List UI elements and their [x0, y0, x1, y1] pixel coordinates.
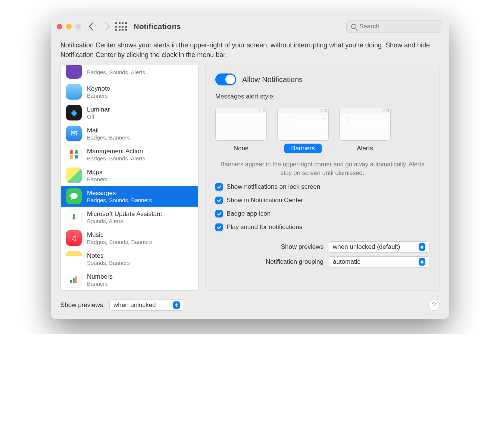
detail-panel: Allow Notifications Messages alert style…	[205, 65, 440, 291]
chevron-updown-icon	[173, 301, 180, 309]
check-label: Badge app icon	[226, 210, 271, 217]
alert-preview-banners	[277, 107, 329, 141]
select-value: when unlocked	[113, 301, 156, 309]
check-sound[interactable]: Play sound for notifications	[215, 223, 429, 231]
alert-style-alerts[interactable]: Alerts	[339, 107, 391, 153]
app-sub: Badges, Sounds, Banners	[87, 239, 152, 245]
check-notif-center[interactable]: Show in Notification Center	[215, 197, 429, 204]
traffic-lights	[57, 24, 81, 29]
show-all-prefs-button[interactable]	[115, 22, 127, 31]
intro-text: Notification Center shows your alerts in…	[51, 38, 449, 65]
app-row-music[interactable]: ♫ Music Badges, Sounds, Banners	[61, 228, 198, 248]
app-name: Maps	[87, 169, 108, 176]
allow-notifications-toggle[interactable]	[215, 73, 236, 85]
app-name: Management Action	[87, 148, 145, 155]
window-title: Notifications	[134, 22, 181, 31]
app-sub: Badges, Sounds, Alerts	[87, 69, 145, 75]
luminar-icon: ◆	[66, 105, 82, 120]
app-sub: Badges, Sounds, Banners	[87, 197, 152, 203]
footer-previews-select[interactable]: when unlocked	[109, 300, 184, 311]
nav-arrows	[90, 24, 109, 29]
app-row-mail[interactable]: ✉ Mail Badges, Banners	[61, 123, 198, 144]
check-lockscreen[interactable]: Show notifications on lock screen	[215, 183, 429, 191]
check-icon	[215, 197, 223, 204]
management-action-icon	[66, 147, 82, 162]
footer-previews-label: Show previews:	[60, 301, 105, 309]
notification-grouping-select[interactable]: automatic	[329, 256, 429, 267]
alert-preview-alerts	[339, 107, 391, 141]
check-label: Show in Notification Center	[226, 197, 303, 204]
chevron-updown-icon	[419, 243, 425, 251]
minimize-window-button[interactable]	[66, 24, 72, 29]
allow-notifications-label: Allow Notifications	[242, 75, 303, 84]
app-row[interactable]: Badges, Sounds, Alerts	[61, 65, 198, 81]
svg-rect-5	[70, 280, 72, 283]
alert-style-name: None	[227, 144, 256, 153]
footer: Show previews: when unlocked ?	[51, 293, 449, 319]
check-label: Play sound for notifications	[226, 223, 302, 231]
app-name: Mail	[87, 127, 130, 134]
numbers-icon	[66, 272, 82, 288]
app-row-microsoft-update[interactable]: ⬇ Microsoft Update Assistant Sounds, Ale…	[61, 207, 198, 228]
check-label: Show notifications on lock screen	[226, 183, 320, 191]
check-icon	[215, 210, 223, 217]
alert-style-label: Messages alert style:	[215, 93, 429, 100]
check-badge[interactable]: Badge app icon	[215, 210, 429, 217]
mail-icon: ✉	[66, 126, 82, 141]
app-list[interactable]: Badges, Sounds, Alerts Keynote Banners ◆…	[60, 65, 199, 291]
app-sub: Banners	[87, 93, 110, 99]
music-icon: ♫	[66, 230, 82, 246]
svg-rect-1	[75, 150, 78, 154]
svg-rect-0	[70, 150, 73, 154]
app-name: Numbers	[87, 273, 113, 281]
app-row-messages[interactable]: Messages Badges, Sounds, Banners	[61, 186, 198, 207]
alert-style-name: Alerts	[350, 144, 379, 153]
show-previews-select[interactable]: when unlocked (default)	[329, 241, 429, 253]
search-input[interactable]	[359, 23, 438, 30]
help-button[interactable]: ?	[428, 300, 440, 311]
app-sub: Sounds, Alerts	[87, 218, 162, 224]
alert-style-help: Banners appear in the upper-right corner…	[215, 160, 429, 177]
zoom-window-button[interactable]	[75, 24, 81, 29]
preferences-window: Notifications Notification Center shows …	[51, 15, 449, 319]
svg-rect-6	[73, 278, 75, 283]
select-value: when unlocked (default)	[333, 243, 400, 251]
app-name: Keynote	[87, 85, 110, 93]
titlebar: Notifications	[51, 15, 449, 38]
app-name: Music	[87, 231, 152, 239]
app-sub: Badges, Banners	[87, 134, 130, 141]
app-row-luminar[interactable]: ◆ Luminar Off	[61, 102, 198, 123]
show-previews-label: Show previews	[281, 243, 324, 251]
back-button[interactable]	[89, 22, 97, 31]
app-icon	[66, 65, 82, 79]
app-sub: Banners	[87, 281, 113, 287]
forward-button	[101, 22, 110, 31]
svg-rect-7	[75, 276, 77, 283]
app-row-keynote[interactable]: Keynote Banners	[61, 81, 198, 102]
app-name: Luminar	[87, 106, 110, 113]
app-name: Microsoft Update Assistant	[87, 210, 162, 218]
app-row-management-action[interactable]: Management Action Badges, Sounds, Alerts	[61, 144, 198, 165]
app-name: Messages	[87, 189, 152, 197]
close-window-button[interactable]	[57, 24, 62, 29]
svg-point-4	[70, 193, 78, 199]
app-sub: Badges, Sounds, Alerts	[87, 155, 145, 162]
app-sub: Sounds, Banners	[87, 260, 130, 266]
svg-rect-2	[70, 155, 73, 159]
select-value: automatic	[333, 258, 360, 266]
app-row-numbers[interactable]: Numbers Banners	[61, 269, 198, 290]
search-icon	[351, 24, 356, 29]
messages-icon	[66, 188, 82, 204]
alert-preview-none	[215, 107, 267, 141]
maps-icon	[66, 167, 82, 183]
app-row-maps[interactable]: Maps Banners	[61, 165, 198, 186]
alert-style-none[interactable]: None	[215, 107, 267, 153]
chevron-updown-icon	[419, 258, 425, 266]
notification-grouping-label: Notification grouping	[266, 258, 324, 266]
microsoft-update-icon: ⬇	[66, 209, 82, 225]
keynote-icon	[66, 84, 82, 100]
search-field[interactable]	[346, 20, 443, 33]
alert-style-banners[interactable]: Banners	[277, 107, 329, 153]
app-row-notes[interactable]: Notes Sounds, Banners	[61, 248, 198, 269]
body: Badges, Sounds, Alerts Keynote Banners ◆…	[51, 65, 449, 293]
